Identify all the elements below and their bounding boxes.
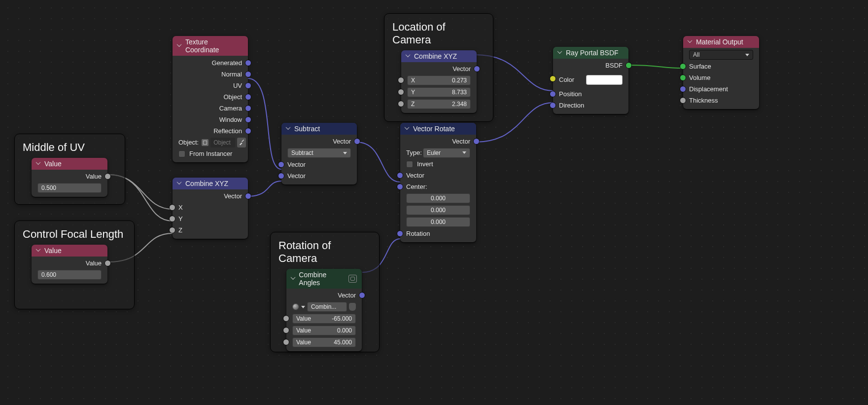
node-header[interactable]: Value <box>32 245 107 257</box>
caret-down-icon <box>343 152 347 154</box>
node-group-icon[interactable] <box>348 275 357 283</box>
socket-in-value-3[interactable] <box>283 339 289 345</box>
socket-out-bsdf[interactable] <box>626 63 631 68</box>
dropdown-type[interactable]: Euler <box>423 148 470 158</box>
socket-in-vector[interactable] <box>397 173 403 178</box>
angle-field-2[interactable]: Value0.000 <box>292 326 356 335</box>
frame-rotation-of-camera[interactable]: Rotation of Camera Combine Angles Vector… <box>270 232 380 352</box>
center-z-field[interactable]: 0.000 <box>406 217 470 227</box>
node-combine-angles[interactable]: Combine Angles Vector Combin... Value-65… <box>286 269 362 351</box>
node-texture-coordinate[interactable]: Texture Coordinate Generated Normal UV O… <box>173 36 248 162</box>
value-field[interactable]: 0.500 <box>37 183 102 193</box>
socket-in-surface[interactable] <box>680 64 686 69</box>
node-header[interactable]: Material Output <box>683 36 759 48</box>
node-header[interactable]: Combine Angles <box>286 269 362 289</box>
node-header[interactable]: Combine XYZ <box>401 50 477 62</box>
color-swatch[interactable] <box>586 75 623 85</box>
socket-in-vector-b[interactable] <box>278 173 284 179</box>
checkbox-from-instancer[interactable] <box>178 150 185 157</box>
socket-out-vector[interactable] <box>359 293 365 298</box>
center-y-field[interactable]: 0.000 <box>406 205 470 215</box>
socket-in-center[interactable] <box>397 184 403 189</box>
socket-in-value-1[interactable] <box>283 316 289 321</box>
value-field[interactable]: 0.600 <box>37 270 102 280</box>
socket-out-uv[interactable] <box>245 83 251 88</box>
node-header[interactable]: Vector Rotate <box>400 123 476 135</box>
frame-focal[interactable]: Control Focal Length Value Value 0.600 <box>14 221 135 309</box>
eyedropper-icon[interactable] <box>237 138 246 147</box>
socket-label-value: Value <box>86 259 102 267</box>
socket-in-z[interactable] <box>170 227 175 233</box>
chevron-down-icon <box>36 161 41 166</box>
socket-in-color[interactable] <box>550 76 556 81</box>
angle-field-3[interactable]: Value45.000 <box>292 337 356 347</box>
socket-out-vector[interactable] <box>474 139 479 144</box>
chevron-down-icon <box>177 43 182 48</box>
socket-out-generated[interactable] <box>245 60 251 66</box>
caret-down-icon[interactable] <box>301 306 305 308</box>
node-ray-portal-bsdf[interactable]: Ray Portal BSDF BSDF Color Position Dire… <box>553 47 628 114</box>
object-field[interactable]: Object <box>210 138 235 147</box>
socket-out-reflection[interactable] <box>245 128 251 134</box>
socket-in-position[interactable] <box>550 91 556 97</box>
socket-in-value-2[interactable] <box>283 328 289 333</box>
node-header[interactable]: Subtract <box>281 123 357 135</box>
socket-out-value[interactable] <box>105 260 110 266</box>
shield-icon[interactable] <box>349 303 356 311</box>
socket-in-rotation[interactable] <box>397 231 403 236</box>
x-field[interactable]: X0.273 <box>407 75 471 85</box>
chevron-down-icon <box>36 248 41 253</box>
socket-out-object[interactable] <box>245 94 251 100</box>
globe-icon <box>292 303 299 310</box>
angle-field-1[interactable]: Value-65.000 <box>292 314 356 324</box>
frame-title: Rotation of Camera <box>278 239 371 265</box>
node-value-2[interactable]: Value Value 0.600 <box>32 245 107 284</box>
frame-location-of-camera[interactable]: Location of Camera Combine XYZ Vector X0… <box>384 13 493 122</box>
socket-in-y[interactable] <box>170 216 175 221</box>
chevron-down-icon <box>291 276 296 281</box>
socket-out-window[interactable] <box>245 117 251 122</box>
socket-in-thickness[interactable] <box>680 98 686 103</box>
socket-in-z[interactable] <box>398 101 404 107</box>
node-value-1[interactable]: Value Value 0.500 <box>32 158 107 197</box>
socket-out-vector[interactable] <box>474 66 480 72</box>
node-header[interactable]: Combine XYZ <box>173 178 248 189</box>
socket-out-vector[interactable] <box>245 193 251 199</box>
center-x-field[interactable]: 0.000 <box>406 193 470 203</box>
checkbox-invert[interactable] <box>406 161 413 168</box>
node-header[interactable]: Texture Coordinate <box>173 36 248 56</box>
frame-title: Location of Camera <box>392 21 485 46</box>
group-selector[interactable]: Combin... <box>307 302 347 312</box>
socket-in-x[interactable] <box>170 205 175 210</box>
object-picker[interactable]: Object <box>202 138 246 147</box>
node-vector-rotate[interactable]: Vector Rotate Vector Type: Euler Invert … <box>400 123 476 242</box>
chevron-down-icon <box>286 126 291 131</box>
socket-in-direction[interactable] <box>550 103 556 108</box>
node-subtract[interactable]: Subtract Vector Subtract Vector Vector <box>281 123 357 184</box>
chevron-down-icon <box>405 126 410 131</box>
z-field[interactable]: Z2.348 <box>407 99 471 109</box>
node-material-output[interactable]: Material Output All Surface Volume Displ… <box>683 36 759 109</box>
dropdown-target[interactable]: All <box>689 50 753 60</box>
socket-in-volume[interactable] <box>680 75 686 80</box>
socket-in-displacement[interactable] <box>680 86 686 92</box>
chevron-down-icon <box>688 39 693 44</box>
frame-middle-of-uv[interactable]: Middle of UV Value Value 0.500 <box>14 134 125 205</box>
socket-out-value[interactable] <box>105 174 110 179</box>
y-field[interactable]: Y8.733 <box>407 87 471 97</box>
caret-down-icon <box>745 54 749 56</box>
dropdown-operation[interactable]: Subtract <box>287 148 351 158</box>
socket-in-x[interactable] <box>398 77 404 83</box>
node-header[interactable]: Value <box>32 158 107 170</box>
node-combine-xyz-lower[interactable]: Combine XYZ Vector X Y Z <box>173 178 248 239</box>
frame-title: Control Focal Length <box>23 228 126 241</box>
socket-out-camera[interactable] <box>245 106 251 111</box>
chevron-down-icon <box>406 54 411 59</box>
socket-out-vector[interactable] <box>354 139 360 144</box>
socket-in-y[interactable] <box>398 89 404 95</box>
node-header[interactable]: Ray Portal BSDF <box>553 47 628 59</box>
socket-in-vector-a[interactable] <box>278 162 284 167</box>
socket-label-value: Value <box>86 173 102 180</box>
node-combine-xyz-location[interactable]: Combine XYZ Vector X0.273 Y8.733 Z2.348 <box>401 50 477 113</box>
socket-out-normal[interactable] <box>245 72 251 77</box>
